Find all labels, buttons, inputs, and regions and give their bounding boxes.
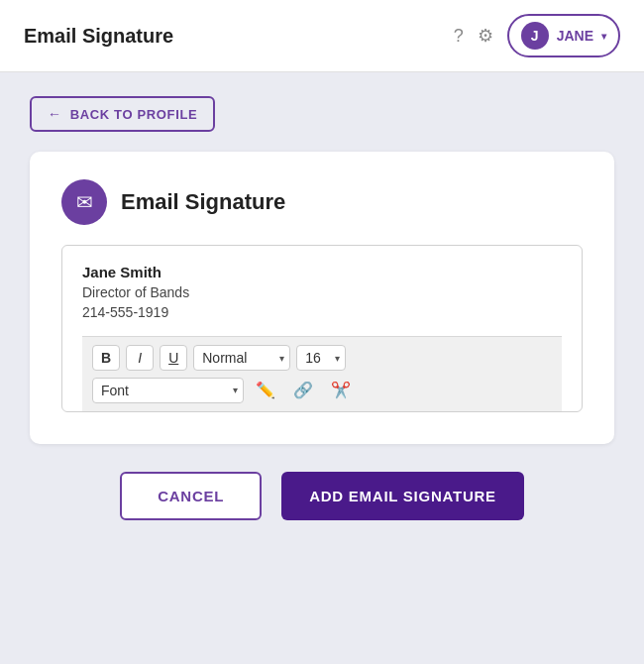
underline-button[interactable]: U	[160, 345, 187, 371]
page-title: Email Signature	[24, 25, 173, 48]
text-style-select[interactable]: Normal Heading 1 Heading 2	[193, 345, 290, 371]
insert-link-button[interactable]: 🔗	[287, 377, 319, 403]
font-family-wrapper: Font Arial Times New Roman Courier ▾	[92, 378, 244, 403]
settings-icon[interactable]: ⚙	[478, 25, 493, 47]
toolbar-row-1: B I U Normal Heading 1 Heading 2 ▾ 12	[92, 345, 552, 371]
link-icon: 🔗	[293, 382, 313, 398]
arrow-left-icon: ←	[48, 106, 62, 122]
action-buttons: CANCEL ADD EMAIL SIGNATURE	[30, 472, 614, 520]
email-signature-card: ✉ Email Signature Jane Smith Director of…	[30, 152, 614, 444]
user-name-label: JANE	[557, 28, 593, 44]
signature-name: Jane Smith	[82, 264, 562, 280]
app-header: Email Signature ? ⚙ J JANE ▾	[0, 0, 644, 72]
help-icon[interactable]: ?	[454, 26, 464, 47]
font-size-wrapper: 12 14 16 18 24 ▾	[296, 345, 346, 371]
card-title: Email Signature	[121, 189, 285, 215]
main-content: ← BACK TO PROFILE ✉ Email Signature Jane…	[0, 72, 644, 664]
remove-format-button[interactable]: ✂️	[325, 377, 357, 403]
back-label: BACK TO PROFILE	[70, 107, 198, 122]
email-icon: ✉	[61, 179, 107, 225]
bold-button[interactable]: B	[92, 345, 120, 371]
signature-preview: Jane Smith Director of Bands 214-555-191…	[82, 264, 562, 320]
user-menu-button[interactable]: J JANE ▾	[507, 14, 620, 57]
text-style-wrapper: Normal Heading 1 Heading 2 ▾	[193, 345, 290, 371]
cancel-button[interactable]: CANCEL	[120, 472, 262, 520]
clear-format-icon: ✂️	[331, 382, 351, 398]
font-size-select[interactable]: 12 14 16 18 24	[296, 345, 346, 371]
text-color-button[interactable]: ✏️	[250, 377, 281, 403]
signature-box: Jane Smith Director of Bands 214-555-191…	[61, 245, 583, 412]
signature-phone: 214-555-1919	[82, 304, 562, 320]
text-formatting-toolbar: B I U Normal Heading 1 Heading 2 ▾ 12	[82, 336, 562, 411]
avatar: J	[521, 22, 549, 50]
toolbar-row-2: Font Arial Times New Roman Courier ▾ ✏️ …	[92, 377, 552, 403]
header-actions: ? ⚙ J JANE ▾	[454, 14, 620, 57]
pen-icon: ✏️	[256, 382, 275, 398]
chevron-down-icon: ▾	[601, 31, 606, 42]
font-family-select[interactable]: Font Arial Times New Roman Courier	[92, 378, 244, 403]
italic-button[interactable]: I	[126, 345, 154, 371]
signature-job-title: Director of Bands	[82, 284, 562, 300]
add-email-signature-button[interactable]: ADD EMAIL SIGNATURE	[281, 472, 524, 520]
card-header: ✉ Email Signature	[61, 179, 583, 225]
back-to-profile-button[interactable]: ← BACK TO PROFILE	[30, 96, 215, 132]
